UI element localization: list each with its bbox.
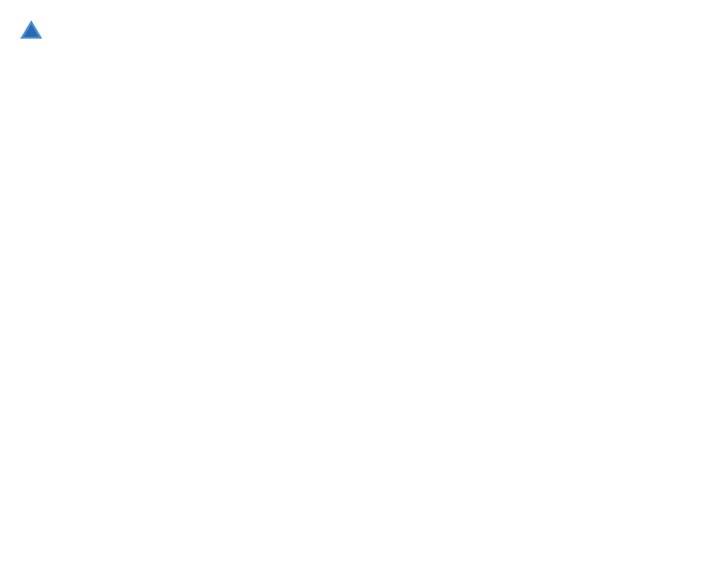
header [18,18,710,40]
logo-icon [18,18,44,40]
logo [18,18,48,40]
